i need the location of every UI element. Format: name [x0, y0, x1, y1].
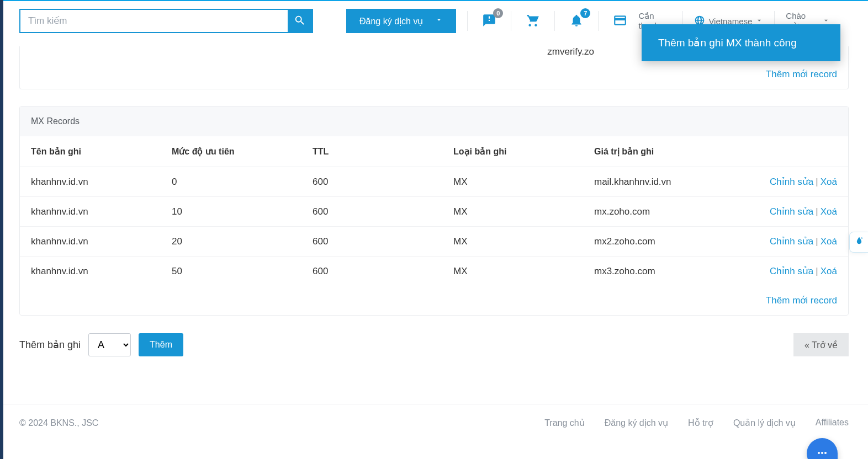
- page-content: zmverify.zo Thêm mới record MX Records T…: [0, 41, 868, 373]
- cell-name: khanhnv.id.vn: [20, 167, 161, 197]
- bottom-action-bar: Thêm bản ghi A Thêm « Trở về: [19, 333, 849, 356]
- page-footer: © 2024 BKNS., JSC Trang chủĐăng ký dịch …: [0, 404, 868, 441]
- footer-link[interactable]: Affiliates: [816, 418, 849, 428]
- search-button[interactable]: [288, 10, 312, 32]
- cart-button[interactable]: [522, 10, 543, 31]
- record-type-select[interactable]: A: [88, 333, 131, 356]
- search-icon: [294, 14, 306, 28]
- cell-priority: 0: [161, 167, 301, 197]
- left-nav-stripe: [0, 0, 3, 441]
- messages-button[interactable]: 0: [479, 10, 500, 31]
- notifications-badge: 7: [580, 8, 590, 18]
- payments-button[interactable]: [610, 10, 631, 31]
- cell-name: khanhnv.id.vn: [20, 257, 161, 286]
- col-ttl: TTL: [301, 136, 442, 167]
- cart-icon: [526, 13, 540, 29]
- cell-ttl: 600: [301, 257, 442, 286]
- cell-value: mail.khanhnv.id.vn: [583, 167, 749, 197]
- table-row: khanhnv.id.vn20600MXmx2.zoho.comChỉnh sử…: [20, 227, 848, 257]
- delete-link[interactable]: Xoá: [821, 236, 837, 247]
- droplet-sparkle-icon: [854, 236, 865, 249]
- messages-badge: 0: [493, 8, 503, 18]
- footer-link[interactable]: Đăng ký dịch vụ: [605, 418, 668, 428]
- cell-name: khanhnv.id.vn: [20, 227, 161, 257]
- col-type: Loại bản ghi: [442, 136, 583, 167]
- cell-priority: 20: [161, 227, 301, 257]
- register-service-label: Đăng ký dịch vụ: [359, 16, 423, 26]
- side-widget-button[interactable]: [849, 232, 868, 253]
- cell-type: MX: [442, 257, 583, 286]
- delete-link[interactable]: Xoá: [821, 206, 837, 217]
- notifications-button[interactable]: 7: [566, 10, 587, 31]
- table-row: khanhnv.id.vn10600MXmx.zoho.comChỉnh sửa…: [20, 197, 848, 227]
- cell-name: khanhnv.id.vn: [20, 197, 161, 227]
- header-divider: [467, 11, 468, 31]
- delete-link[interactable]: Xoá: [821, 266, 837, 276]
- cell-actions: Chỉnh sửa|Xoá: [749, 257, 848, 286]
- success-toast: Thêm bản ghi MX thành công: [642, 24, 840, 61]
- search-input[interactable]: [20, 10, 288, 32]
- mx-records-panel: MX Records Tên bản ghi Mức độ ưu tiên TT…: [19, 106, 849, 316]
- mx-panel-footer: Thêm mới record: [20, 286, 848, 315]
- add-mx-record-link[interactable]: Thêm mới record: [766, 295, 837, 306]
- search-wrapper: [19, 9, 313, 33]
- edit-link[interactable]: Chỉnh sửa: [770, 177, 813, 187]
- cell-ttl: 600: [301, 227, 442, 257]
- register-service-button[interactable]: Đăng ký dịch vụ: [346, 9, 456, 33]
- previous-panel-footer: Thêm mới record: [19, 60, 849, 89]
- cell-actions: Chỉnh sửa|Xoá: [749, 227, 848, 257]
- footer-link[interactable]: Hỗ trợ: [688, 418, 713, 428]
- col-name: Tên bản ghi: [20, 136, 161, 167]
- add-record-submit[interactable]: Thêm: [139, 333, 183, 356]
- col-priority: Mức độ ưu tiên: [161, 136, 301, 167]
- cell-ttl: 600: [301, 197, 442, 227]
- add-record-label: Thêm bản ghi: [19, 339, 81, 351]
- record-value-truncated: zmverify.zo: [547, 46, 594, 57]
- toast-message: Thêm bản ghi MX thành công: [658, 37, 797, 49]
- footer-link[interactable]: Trang chủ: [544, 418, 585, 428]
- edit-link[interactable]: Chỉnh sửa: [770, 206, 813, 217]
- header-divider: [598, 11, 599, 31]
- edit-link[interactable]: Chỉnh sửa: [770, 236, 813, 247]
- cell-value: mx3.zoho.com: [583, 257, 749, 286]
- cell-value: mx.zoho.com: [583, 197, 749, 227]
- footer-link[interactable]: Quản lý dịch vụ: [733, 418, 796, 428]
- cell-type: MX: [442, 197, 583, 227]
- footer-links: Trang chủĐăng ký dịch vụHỗ trợQuản lý dị…: [544, 418, 849, 428]
- edit-link[interactable]: Chỉnh sửa: [770, 266, 813, 276]
- cell-actions: Chỉnh sửa|Xoá: [749, 167, 848, 197]
- cell-actions: Chỉnh sửa|Xoá: [749, 197, 848, 227]
- back-button[interactable]: « Trở về: [793, 333, 849, 356]
- cell-type: MX: [442, 167, 583, 197]
- mx-panel-title: MX Records: [20, 106, 848, 136]
- header-divider: [511, 11, 511, 31]
- delete-link[interactable]: Xoá: [821, 177, 837, 187]
- chevron-down-icon: [435, 16, 443, 26]
- cell-type: MX: [442, 227, 583, 257]
- mx-records-table: Tên bản ghi Mức độ ưu tiên TTL Loại bản …: [20, 136, 848, 286]
- table-row: khanhnv.id.vn50600MXmx3.zoho.comChỉnh sử…: [20, 257, 848, 286]
- col-value: Giá trị bản ghi: [583, 136, 749, 167]
- add-record-form: Thêm bản ghi A Thêm: [19, 333, 183, 356]
- cell-priority: 10: [161, 197, 301, 227]
- payment-icon: [613, 13, 627, 29]
- cell-ttl: 600: [301, 167, 442, 197]
- footer-copyright: © 2024 BKNS., JSC: [19, 418, 98, 428]
- table-row: khanhnv.id.vn0600MXmail.khanhnv.id.vnChỉ…: [20, 167, 848, 197]
- header-divider: [554, 11, 555, 31]
- add-record-link[interactable]: Thêm mới record: [766, 69, 837, 79]
- cell-priority: 50: [161, 257, 301, 286]
- cell-value: mx2.zoho.com: [583, 227, 749, 257]
